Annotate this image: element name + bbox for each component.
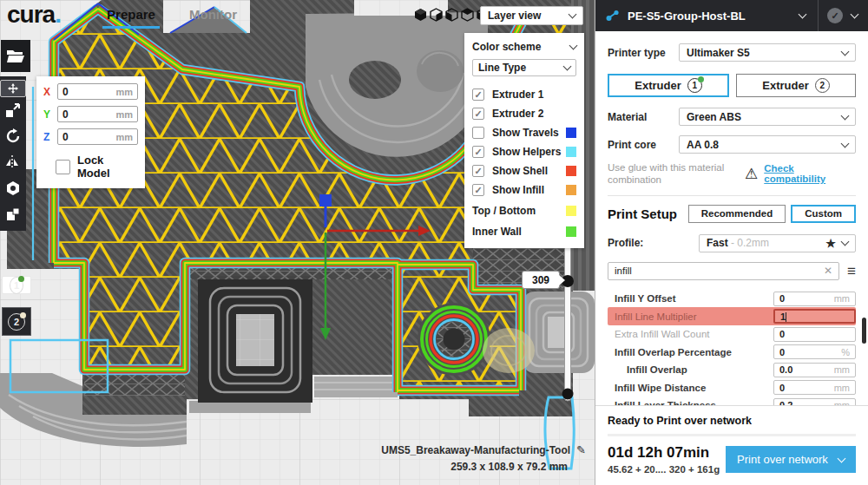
material-dot	[20, 312, 26, 318]
tool-per-model-settings[interactable]	[0, 175, 26, 201]
checkbox[interactable]	[472, 165, 484, 177]
custom-mode-button[interactable]: Custom	[791, 205, 856, 223]
checkbox[interactable]	[472, 127, 484, 139]
toggle-extruder-2[interactable]: Extruder 2	[472, 106, 576, 121]
toggle-show-travels[interactable]: Show Travels	[472, 125, 576, 141]
glue-warning-row: Use glue with this material combination …	[608, 161, 856, 187]
rename-pencil-icon[interactable]: ✎	[576, 443, 586, 456]
search-input[interactable]	[615, 265, 824, 276]
status-check-icon[interactable]: ✓	[827, 8, 843, 23]
lock-model-checkbox[interactable]	[56, 160, 70, 174]
setting-infill-overlap[interactable]: Infill Overlap 0.0mm	[608, 361, 856, 379]
solid-view-icon[interactable]	[414, 8, 427, 22]
z-axis-label: Z	[43, 131, 54, 143]
z-position-row: Z mm	[43, 128, 138, 145]
chevron-down-icon	[837, 454, 845, 462]
tab-extruder-1[interactable]: Extruder 1	[608, 74, 729, 97]
extruder-2-select-button[interactable]: 2	[2, 307, 31, 336]
toggle-extruder-1[interactable]: Extruder 1	[472, 87, 576, 102]
print-core-label: Print core	[608, 139, 679, 151]
tool-rotate[interactable]	[0, 123, 26, 149]
tab-prepare[interactable]: Prepare	[102, 7, 160, 29]
setting-value-focused[interactable]: 1	[780, 311, 849, 322]
tab-extruder-2[interactable]: Extruder 2	[736, 74, 856, 97]
settings-sidebar: PE-S5-Group-Host-BL ✓ Printer type Ultim…	[595, 0, 868, 485]
lock-model-row[interactable]: Lock Model	[56, 154, 138, 180]
color-scheme-header[interactable]: Color scheme	[472, 41, 576, 53]
model-name[interactable]: UMS5_Breakaway-Manufacturing-Tool	[381, 444, 570, 456]
checkbox[interactable]	[472, 108, 484, 120]
setting-value[interactable]: 0.0	[779, 364, 834, 375]
settings-scrollbar[interactable]	[862, 318, 866, 344]
support-blocker-icon	[5, 206, 21, 222]
tool-support-blocker[interactable]	[0, 201, 26, 227]
setting-value[interactable]: 0	[779, 347, 841, 357]
checkbox[interactable]	[472, 184, 484, 196]
checkbox[interactable]	[472, 88, 484, 101]
y-position-input[interactable]	[62, 108, 115, 121]
cura-logo: cura.	[7, 1, 61, 29]
print-core-select[interactable]: AA 0.8	[679, 135, 856, 154]
setting-value[interactable]: 0	[779, 329, 850, 339]
tool-move[interactable]	[0, 80, 26, 97]
profile-select[interactable]: Fast - 0.2mm ★	[699, 234, 856, 252]
recommended-mode-button[interactable]: Recommended	[688, 205, 786, 223]
printer-type-row: Printer type Ultimaker S5	[608, 43, 856, 62]
xray-view-icon[interactable]	[430, 8, 443, 22]
tool-mirror[interactable]	[0, 149, 26, 175]
print-over-network-button[interactable]: Print over network	[726, 446, 856, 473]
setting-value[interactable]: 0	[779, 383, 834, 393]
search-box[interactable]: ✕	[608, 262, 839, 280]
setting-extra-infill-wall-count[interactable]: Extra Infill Wall Count 0	[608, 325, 856, 344]
chevron-down-icon[interactable]	[799, 10, 807, 19]
settings-list: Infill Y Offset 0mm Infill Line Multipli…	[608, 290, 856, 415]
setting-infill-wipe-distance[interactable]: Infill Wipe Distance 0mm	[608, 378, 856, 397]
mirror-icon	[5, 154, 21, 170]
material-select[interactable]: Green ABS	[679, 108, 856, 126]
color-scheme-select[interactable]: Line Type	[472, 59, 576, 76]
chevron-down-icon	[569, 42, 578, 50]
chevron-down-icon	[563, 62, 572, 71]
checkbox[interactable]	[472, 146, 484, 158]
z-position-input[interactable]	[62, 131, 115, 143]
toggle-show-helpers[interactable]: Show Helpers	[472, 144, 576, 160]
setting-visibility-menu-icon[interactable]: ≡	[847, 264, 856, 279]
travels-color-swatch	[566, 128, 576, 138]
shell-color-swatch	[566, 166, 576, 176]
x-position-input[interactable]	[62, 86, 115, 98]
printer-header[interactable]: PE-S5-Group-Host-BL ✓	[595, 0, 868, 31]
layers-front-view-icon[interactable]	[445, 8, 458, 22]
layers-side-view-icon[interactable]	[461, 8, 474, 22]
viewport-3d[interactable]: cura. Prepare Monitor Layer view Color s…	[0, 0, 595, 485]
chevron-down-icon	[841, 111, 850, 120]
chevron-down-icon[interactable]	[851, 10, 859, 19]
clear-search-icon[interactable]: ✕	[824, 265, 832, 277]
setting-value[interactable]: 0	[779, 293, 834, 304]
model-info: UMS5_Breakaway-Manufacturing-Tool✎ 259.3…	[295, 442, 586, 473]
setting-infill-overlap-percentage[interactable]: Infill Overlap Percentage 0%	[608, 343, 856, 361]
extruder-1-select-button[interactable]: 1	[2, 276, 31, 294]
toggle-show-infill[interactable]: Show Infill	[472, 182, 576, 198]
tab-monitor[interactable]: Monitor	[189, 7, 237, 22]
chevron-down-icon	[841, 47, 850, 56]
setting-infill-y-offset[interactable]: Infill Y Offset 0mm	[608, 290, 856, 308]
divider	[818, 0, 819, 31]
toggle-show-shell[interactable]: Show Shell	[472, 163, 576, 179]
printer-type-label: Printer type	[608, 47, 679, 59]
extruder-tabs: Extruder 1 Extruder 2	[608, 74, 856, 97]
layer-number-tooltip: 309	[522, 271, 560, 289]
infill-color-swatch	[566, 185, 576, 195]
model-lower-layers-right	[523, 292, 595, 373]
view-mode-select[interactable]: Layer view	[480, 6, 583, 25]
layer-slider-bottom-handle[interactable]	[562, 389, 574, 400]
star-icon[interactable]: ★	[825, 237, 836, 250]
tool-scale[interactable]	[0, 97, 26, 123]
printer-type-select[interactable]: Ultimaker S5	[679, 43, 856, 62]
setting-search-row: ✕ ≡	[608, 262, 856, 280]
chevron-down-icon	[841, 139, 850, 147]
setting-infill-line-multiplier[interactable]: Infill Line Multiplier 1	[608, 307, 856, 325]
material-usage-estimate: 45.62 + 20.... 320 + 161g	[608, 464, 726, 475]
check-compatibility-link[interactable]: Check compatibility	[764, 163, 856, 184]
chevron-down-icon	[841, 238, 850, 246]
open-file-button[interactable]	[1, 40, 30, 72]
